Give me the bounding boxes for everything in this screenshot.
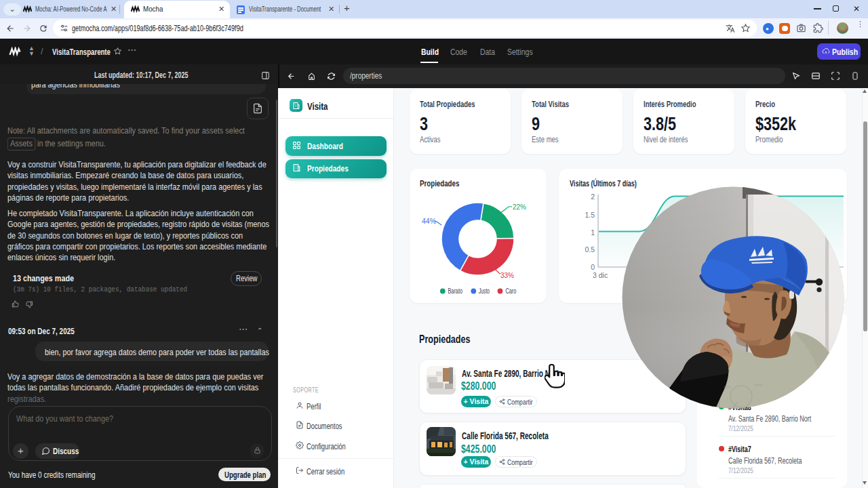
svg-text:3 dic: 3 dic	[593, 271, 608, 279]
svg-text:44%: 44%	[422, 217, 436, 225]
svg-text:1.5: 1.5	[585, 211, 595, 219]
svg-text:0.5: 0.5	[585, 245, 595, 253]
svg-text:33%: 33%	[500, 271, 514, 279]
svg-text:1: 1	[591, 228, 595, 237]
svg-text:2: 2	[591, 192, 595, 201]
svg-text:Justo: Justo	[479, 287, 490, 295]
svg-text:0: 0	[591, 263, 595, 271]
svg-text:Caro: Caro	[506, 287, 517, 295]
svg-text:Barato: Barato	[448, 287, 463, 295]
svg-text:22%: 22%	[513, 203, 526, 211]
